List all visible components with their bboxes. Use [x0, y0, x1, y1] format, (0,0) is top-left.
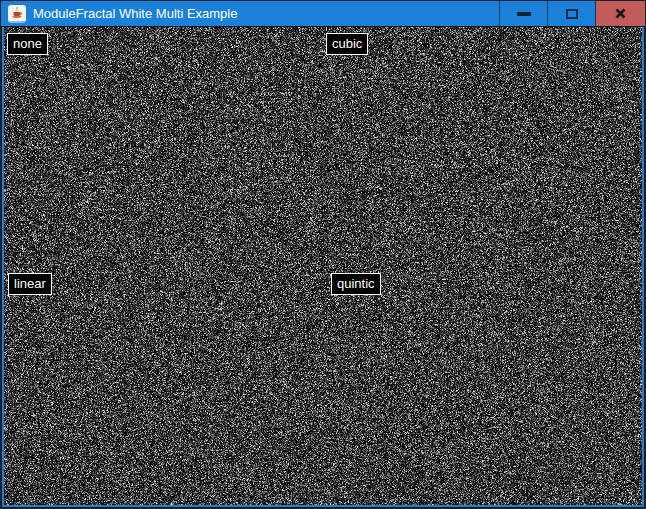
noise-canvas	[4, 27, 642, 505]
java-coffee-cup-icon	[8, 5, 26, 23]
quadrant-label-linear: linear	[8, 273, 52, 295]
close-button[interactable]	[595, 1, 645, 26]
minimize-button[interactable]	[499, 1, 547, 26]
titlebar[interactable]: ModuleFractal White Multi Example	[1, 1, 645, 26]
maximize-icon	[566, 9, 578, 19]
quadrant-label-cubic: cubic	[326, 33, 368, 55]
noise-render-area: none cubic linear quintic	[2, 27, 644, 507]
maximize-button[interactable]	[547, 1, 595, 26]
window-title: ModuleFractal White Multi Example	[33, 6, 499, 21]
close-icon	[614, 7, 627, 20]
quadrant-label-quintic: quintic	[331, 273, 381, 295]
app-window: ModuleFractal White Multi Example none c…	[0, 0, 646, 509]
minimize-icon	[517, 12, 531, 16]
window-controls	[499, 1, 645, 26]
quadrant-label-none: none	[7, 33, 48, 55]
